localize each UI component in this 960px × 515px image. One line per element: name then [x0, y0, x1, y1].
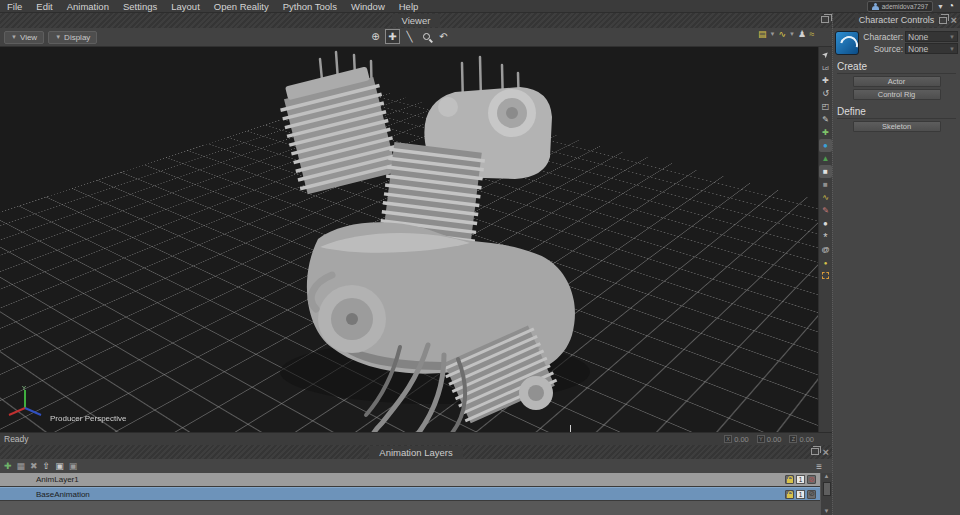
marker-asset-icon[interactable]: ✎ [819, 204, 832, 217]
chevron-down-icon[interactable]: ▼ [789, 31, 795, 37]
snap-tools: ▤ ▼ ∿ ▼ ♟ ≈ [758, 29, 814, 39]
undo-view-icon[interactable]: ↶ [436, 29, 451, 44]
rotate-tool-icon[interactable]: ↺ [819, 87, 832, 100]
pen-tool-icon[interactable]: ✎ [819, 113, 832, 126]
null-asset-icon[interactable]: ● [819, 217, 832, 230]
animation-layers-float-icon[interactable] [811, 448, 819, 455]
scroll-thumb[interactable] [823, 482, 831, 496]
coordinate-readout: X 0.00 Y 0.00 Z 0.00 [724, 435, 832, 444]
layers-menu-icon[interactable]: ≡ [816, 461, 822, 472]
add-asset-icon[interactable]: ✚ [819, 126, 832, 139]
scale-tool-icon[interactable]: ◰ [819, 100, 832, 113]
display-dropdown-button[interactable]: ▼ Display [48, 31, 97, 44]
menu-help[interactable]: Help [392, 0, 426, 13]
axis-gizmo: Y [4, 384, 48, 420]
username-label: ademidova7297 [882, 3, 928, 10]
star-asset-icon[interactable]: * [819, 230, 832, 243]
mute-layer-icon[interactable]: ⊘ [807, 490, 816, 499]
coord-y-value: 0.00 [767, 435, 782, 444]
character-pose-icon[interactable]: ♟ [798, 29, 806, 39]
viewer-float-icon[interactable] [821, 16, 829, 23]
merge-layer-icon[interactable]: ⇧ [43, 461, 51, 471]
axis-y-label: Y [22, 385, 26, 391]
motionbuilder-logo-icon[interactable] [835, 31, 859, 55]
sphere-asset-icon[interactable]: ● [819, 139, 832, 152]
add-layer-icon[interactable]: ✚ [4, 461, 12, 471]
view-dropdown-button[interactable]: ▼ View [4, 31, 44, 44]
mute-layer-icon[interactable]: ⊘ [807, 475, 816, 484]
zoom-camera-icon[interactable]: ╲ [402, 29, 417, 44]
light-asset-icon[interactable]: ● [819, 256, 832, 269]
delete-layer-icon[interactable]: ✖ [30, 461, 38, 471]
menu-open-reality[interactable]: Open Reality [207, 0, 276, 13]
status-ready-label: Ready [0, 434, 29, 444]
curve-asset-icon[interactable]: ∿ [819, 191, 832, 204]
chevron-down-icon[interactable]: ▼ [770, 31, 776, 37]
chevron-down-icon: ▼ [949, 46, 955, 52]
orbit-camera-icon[interactable]: ⊕ [368, 29, 383, 44]
scroll-down-icon[interactable]: ▼ [824, 508, 830, 515]
lock-icon[interactable] [785, 490, 794, 499]
timeline-ruler-icon[interactable]: ▤ [758, 29, 767, 39]
animation-layers-close-icon[interactable]: × [823, 448, 829, 456]
actor-button[interactable]: Actor [853, 76, 941, 87]
pan-camera-icon[interactable]: ✚ [385, 29, 400, 44]
control-rig-button[interactable]: Control Rig [853, 89, 941, 100]
lock-icon[interactable] [785, 475, 794, 484]
character-value: None [908, 32, 928, 42]
layer-list-empty-area [0, 501, 820, 515]
user-dropdown-icon[interactable]: ▼ [937, 3, 944, 10]
layer-name: BaseAnimation [0, 490, 90, 499]
menu-window[interactable]: Window [344, 0, 392, 13]
chevron-down-icon: ▼ [949, 34, 955, 40]
user-account-chip[interactable]: ademidova7297 [867, 1, 933, 12]
coord-z-value: 0.00 [799, 435, 814, 444]
layer-weight-field[interactable]: 1 [796, 490, 805, 499]
animation-layers-titlebar: Animation Layers × [0, 445, 832, 459]
translate-tool-icon[interactable]: ✚ [819, 74, 832, 87]
skeleton-button[interactable]: Skeleton [853, 121, 941, 132]
layer-folder-icon[interactable]: ▣ [55, 461, 64, 471]
source-select[interactable]: None ▼ [905, 43, 958, 54]
statusbar: Ready X 0.00 Y 0.00 Z 0.00 [0, 432, 832, 445]
menu-python-tools[interactable]: Python Tools [276, 0, 344, 13]
cube2-asset-icon[interactable]: ■ [819, 178, 832, 191]
coord-x[interactable]: X 0.00 [724, 435, 749, 444]
character-controls-titlebar: Character Controls × [833, 13, 960, 28]
spiral-asset-icon[interactable]: @ [819, 243, 832, 256]
coord-y[interactable]: Y 0.00 [757, 435, 782, 444]
chevron-down-icon: ▼ [55, 34, 61, 40]
character-controls-close-icon[interactable]: × [951, 16, 957, 24]
viewer-titlebar: Viewer [0, 13, 832, 28]
menu-edit[interactable]: Edit [29, 0, 59, 13]
character-select[interactable]: None ▼ [905, 31, 958, 42]
source-value: None [908, 44, 928, 54]
menu-file[interactable]: File [0, 0, 29, 13]
menu-animation[interactable]: Animation [60, 0, 116, 13]
duplicate-layer-icon[interactable]: ▦ [17, 461, 26, 471]
viewer-toolbar: ▼ View ▼ Display ⊕ ✚ ╲ ↶ ▤ ▼ ∿ ▼ ♟ ≈ [0, 28, 832, 47]
viewer-title: Viewer [392, 14, 441, 27]
menu-settings[interactable]: Settings [116, 0, 164, 13]
menu-layout[interactable]: Layout [164, 0, 207, 13]
tool-strip: ➤ Lcl ✚ ↺ ◰ ✎ ✚ ● ▲ ■ ■ ∿ ✎ ● * @ ● [818, 47, 832, 432]
camera-tools: ⊕ ✚ ╲ ↶ [368, 29, 451, 44]
selection-region-icon[interactable] [819, 269, 832, 282]
motion-trail-icon[interactable]: ≈ [809, 29, 814, 39]
view-button-label: View [20, 33, 37, 42]
cube-asset-icon[interactable]: ■ [819, 165, 832, 178]
scroll-up-icon[interactable]: ▲ [824, 473, 830, 480]
clock-icon[interactable]: ◔ [948, 1, 954, 11]
magnifier-icon[interactable] [419, 29, 434, 44]
engine-model[interactable] [0, 47, 818, 432]
keying-curve-icon[interactable]: ∿ [778, 29, 786, 39]
cone-asset-icon[interactable]: ▲ [819, 152, 832, 165]
layer-row-baseanimation[interactable]: BaseAnimation 1 ⊘ [0, 487, 820, 501]
layer-folder2-icon[interactable]: ▣ [69, 461, 78, 471]
layers-scrollbar[interactable]: ▲ ▼ [820, 473, 832, 515]
layer-row-animlayer1[interactable]: AnimLayer1 1 ⊘ [0, 473, 820, 487]
layer-weight-field[interactable]: 1 [796, 475, 805, 484]
3d-viewport[interactable]: Y Producer Perspective [0, 47, 818, 432]
coord-z[interactable]: Z 0.00 [789, 435, 814, 444]
character-controls-float-icon[interactable] [939, 17, 947, 24]
